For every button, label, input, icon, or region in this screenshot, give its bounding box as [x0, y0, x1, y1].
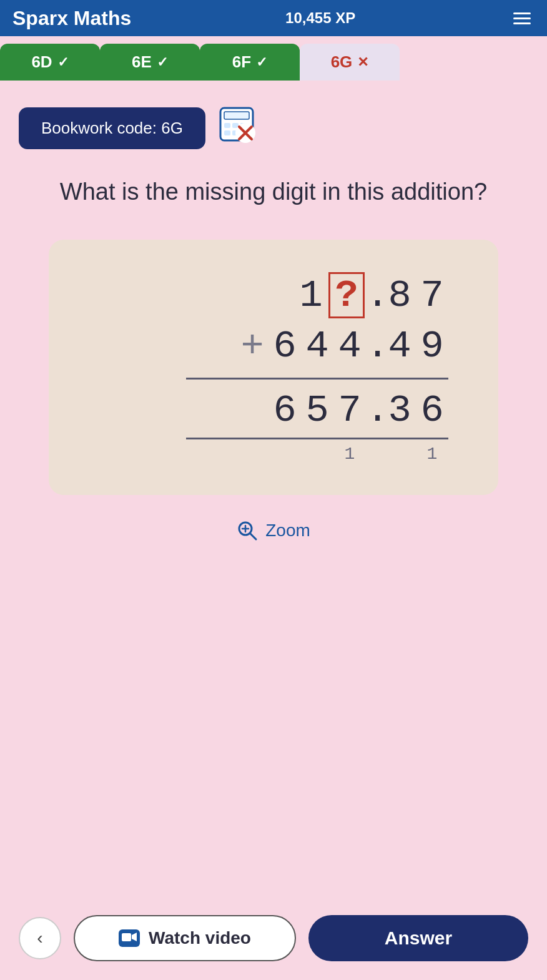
- digit-7: 7: [416, 271, 448, 321]
- math-row-3: 6 5 7 . 3 6: [269, 386, 448, 436]
- svg-rect-15: [122, 933, 131, 941]
- decimal-dot-2: .: [366, 321, 383, 372]
- question-text: What is the missing digit in this additi…: [19, 175, 528, 208]
- math-row-1: 1 ? . 8 7: [295, 271, 448, 321]
- tab-6D-label: 6D: [31, 52, 52, 72]
- decimal-dot-1: .: [366, 271, 383, 321]
- plus-sign: +: [236, 321, 269, 372]
- result-6b: 6: [416, 386, 448, 436]
- watch-video-label: Watch video: [149, 928, 251, 948]
- tab-6F[interactable]: 6F ✓: [200, 44, 300, 81]
- svg-rect-5: [224, 130, 230, 135]
- app-title: Sparx Maths: [12, 7, 131, 30]
- zoom-button[interactable]: Zoom: [237, 520, 310, 541]
- bookwork-row: Bookwork code: 6G: [19, 105, 528, 150]
- tab-6G[interactable]: 6G ✕: [300, 44, 400, 81]
- tab-6D[interactable]: 6D ✓: [0, 44, 100, 81]
- svg-rect-2: [224, 123, 230, 128]
- digit-4a: 4: [301, 321, 333, 372]
- svg-line-12: [250, 534, 256, 539]
- menu-button[interactable]: [510, 12, 535, 24]
- bookwork-badge: Bookwork code: 6G: [19, 107, 205, 149]
- tab-6F-check-icon: ✓: [256, 54, 267, 71]
- carry-spacer-3: [383, 444, 416, 464]
- math-card: 1 ? . 8 7 + 6 4 4 . 4 9 6 5 7: [49, 240, 498, 495]
- math-row-2: + 6 4 4 . 4 9: [236, 321, 448, 372]
- xp-display: 10,455 XP: [285, 9, 355, 27]
- zoom-label: Zoom: [265, 521, 310, 541]
- tab-6G-x-icon: ✕: [357, 54, 368, 71]
- calculator-svg: [218, 105, 255, 143]
- calculator-no-icon: [218, 105, 263, 150]
- header: Sparx Maths 10,455 XP: [0, 0, 547, 36]
- tab-6F-label: 6F: [232, 52, 251, 72]
- carry-dot-space: [366, 444, 383, 464]
- digit-6: 6: [269, 321, 301, 372]
- watch-video-button[interactable]: Watch video: [74, 915, 296, 961]
- main-content: Bookwork code: 6G What is t: [0, 81, 547, 954]
- carry-row: 1 1: [269, 444, 448, 464]
- svg-marker-16: [132, 933, 137, 941]
- result-7: 7: [333, 386, 366, 436]
- bottom-bar: ‹ Watch video Answer: [0, 903, 547, 980]
- digit-4c: 4: [383, 321, 416, 372]
- zoom-icon: [237, 520, 258, 541]
- carry-1b: 1: [416, 444, 448, 464]
- answer-button[interactable]: Answer: [308, 915, 528, 961]
- digit-8: 8: [383, 271, 416, 321]
- result-3: 3: [383, 386, 416, 436]
- missing-digit-box: ?: [328, 272, 365, 318]
- digit-1: 1: [295, 271, 327, 321]
- carry-1a: 1: [333, 444, 366, 464]
- answer-label: Answer: [385, 928, 452, 949]
- tab-6G-label: 6G: [331, 52, 353, 72]
- digit-9: 9: [416, 321, 448, 372]
- tab-6E-check-icon: ✓: [157, 54, 168, 71]
- tab-6E-label: 6E: [132, 52, 152, 72]
- tab-6E[interactable]: 6E ✓: [100, 44, 200, 81]
- digit-4b: 4: [333, 321, 366, 372]
- svg-rect-1: [224, 112, 249, 119]
- tab-6D-check-icon: ✓: [57, 54, 69, 71]
- tab-bar: 6D ✓ 6E ✓ 6F ✓ 6G ✕: [0, 36, 547, 81]
- math-divider: [186, 378, 448, 380]
- video-camera-icon: [119, 929, 140, 947]
- camera-svg: [122, 933, 137, 944]
- result-5: 5: [301, 386, 333, 436]
- carry-spacer-1: [269, 444, 301, 464]
- math-problem: 1 ? . 8 7 + 6 4 4 . 4 9 6 5 7: [74, 271, 473, 464]
- result-6: 6: [269, 386, 301, 436]
- carry-spacer-2: [301, 444, 333, 464]
- result-dot: .: [366, 386, 383, 436]
- math-divider-double: [186, 438, 448, 439]
- back-button[interactable]: ‹: [19, 917, 61, 959]
